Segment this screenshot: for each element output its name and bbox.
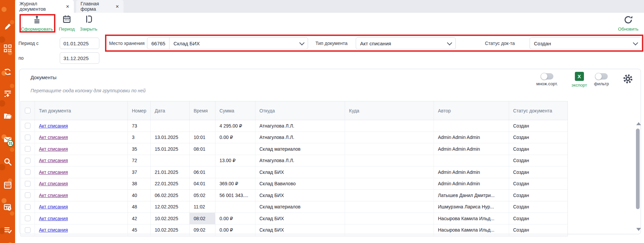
from-cell: Склад БИХ — [255, 225, 345, 236]
doc-link[interactable]: Акт списания — [39, 158, 68, 163]
excel-icon[interactable]: X — [575, 72, 584, 81]
number-cell: 73 — [128, 120, 151, 132]
multi-sort-toggle[interactable] — [541, 73, 553, 80]
doc-link[interactable]: Акт списания — [39, 193, 68, 198]
gear-icon[interactable] — [623, 74, 633, 84]
generate-label: Сформировать — [21, 27, 53, 32]
row-checkbox[interactable] — [25, 146, 31, 152]
close-icon[interactable]: ✕ — [66, 4, 69, 9]
to-cell — [345, 166, 434, 178]
scroll-down-arrow[interactable] — [636, 228, 641, 231]
doc-type-label: Тип документа — [315, 41, 348, 46]
sidebar: 31 — [0, 0, 15, 243]
table-body: Акт списания734 295.00 ₽Атнагулова Л.Л.С… — [21, 120, 567, 236]
doc-type-cell: Акт списания — [35, 155, 128, 166]
row-checkbox[interactable] — [25, 215, 31, 221]
col-from[interactable]: Откуда — [255, 101, 345, 120]
from-cell: Атнагулова Л.Л. — [255, 120, 345, 132]
row-checkbox-cell — [21, 213, 35, 224]
time-cell: 08:01 — [190, 143, 215, 155]
refresh-button[interactable]: Обновить — [614, 15, 642, 32]
checklist-icon — [3, 226, 12, 234]
documents-panel: Документы множ.сорт. X экспорт фильтр Пе… — [19, 69, 641, 234]
row-checkbox[interactable] — [25, 135, 31, 140]
sidebar-item-search[interactable] — [0, 157, 15, 166]
number-cell: 40 — [128, 190, 151, 201]
period-from-input[interactable] — [60, 38, 99, 49]
col-sum[interactable]: Сумма — [215, 101, 255, 120]
mail-badge: 31 — [7, 140, 14, 147]
close-form-button[interactable]: Закрыть — [75, 15, 103, 32]
sidebar-item-checklist[interactable] — [0, 225, 15, 235]
select-all-checkbox[interactable] — [25, 108, 31, 113]
col-doc-type[interactable]: Тип документа — [35, 101, 128, 120]
to-cell — [345, 178, 434, 190]
date-cell: 06.02.2025 — [151, 190, 190, 201]
doc-link[interactable]: Акт списания — [39, 169, 68, 175]
status-value: Создан — [530, 41, 551, 46]
sidebar-item-export-list[interactable] — [0, 89, 15, 98]
row-checkbox[interactable] — [25, 192, 31, 198]
row-checkbox[interactable] — [25, 123, 31, 129]
sidebar-item-schedule[interactable] — [0, 203, 15, 212]
doc-link[interactable]: Акт списания — [39, 123, 68, 129]
time-cell: 09:02 — [190, 225, 215, 236]
time-cell: 04:01 — [190, 178, 215, 190]
col-number[interactable]: Номер — [128, 101, 151, 120]
vertical-scrollbar[interactable] — [636, 129, 640, 209]
col-time[interactable]: Время — [190, 101, 215, 120]
from-cell: Склад БИХ — [255, 166, 345, 178]
sidebar-item-qr[interactable] — [0, 44, 15, 53]
doc-type-select[interactable]: Акт списания — [356, 37, 456, 49]
status-select[interactable]: Создан — [530, 37, 642, 49]
author-cell: Насырова Камила Ильд... — [434, 225, 509, 236]
from-cell: Склад материалов — [255, 143, 345, 155]
row-checkbox-cell — [21, 178, 35, 190]
multi-sort-control: множ.сорт. — [536, 73, 558, 86]
to-cell — [345, 120, 434, 132]
tab-main-form[interactable]: Главная форма ✕ — [76, 0, 123, 13]
group-by-hint: Перетащите сюда колонку для группировки … — [31, 88, 146, 93]
period-to-input[interactable] — [60, 52, 99, 64]
doc-link[interactable]: Акт списания — [39, 146, 68, 152]
doc-link[interactable]: Акт списания — [39, 204, 68, 209]
tab-journal[interactable]: Журнал документов ✕ — [15, 0, 74, 13]
sidebar-item-folder[interactable] — [0, 111, 15, 121]
status-cell: Создан — [509, 132, 567, 143]
storage-label: Место хранения — [109, 41, 145, 46]
col-author[interactable]: Автор — [434, 101, 509, 120]
period-from-label: Период с — [18, 41, 39, 46]
col-to[interactable]: Куда — [345, 101, 434, 120]
to-cell — [345, 201, 434, 213]
doc-link[interactable]: Акт списания — [39, 227, 68, 233]
sum-cell — [215, 166, 255, 178]
row-checkbox-cell — [21, 190, 35, 201]
row-checkbox[interactable] — [25, 227, 31, 233]
sidebar-item-sync[interactable] — [0, 67, 15, 77]
doc-link[interactable]: Акт списания — [39, 181, 68, 186]
doc-link[interactable]: Акт списания — [39, 135, 68, 140]
sum-cell: 0.00 ₽ — [215, 225, 255, 236]
time-cell: 05:02 — [190, 190, 215, 201]
filter-toggle[interactable] — [595, 73, 608, 80]
status-cell: Создан — [509, 155, 567, 166]
author-cell: Admin Admin Admin — [434, 143, 509, 155]
row-checkbox[interactable] — [25, 204, 31, 210]
col-date[interactable]: Дата — [151, 101, 190, 120]
sidebar-item-calendar[interactable] — [0, 180, 15, 190]
calendar-icon — [3, 181, 12, 189]
doc-type-cell: Акт списания — [35, 132, 128, 143]
col-status[interactable]: Статус документа — [509, 101, 567, 120]
row-checkbox-cell — [21, 120, 35, 132]
row-checkbox[interactable] — [25, 181, 31, 187]
close-icon[interactable]: ✕ — [115, 4, 119, 9]
from-cell: Атнагулова Л.Л. — [255, 132, 345, 143]
to-cell — [345, 190, 434, 201]
sidebar-item-edit[interactable] — [0, 22, 15, 32]
storage-select[interactable]: 66765 Склад БИХ — [147, 37, 308, 49]
row-checkbox[interactable] — [25, 169, 31, 175]
doc-link[interactable]: Акт списания — [39, 216, 68, 221]
row-checkbox[interactable] — [25, 158, 31, 163]
scroll-up-arrow[interactable] — [636, 122, 641, 125]
generate-button[interactable]: Сформировать — [23, 15, 51, 32]
